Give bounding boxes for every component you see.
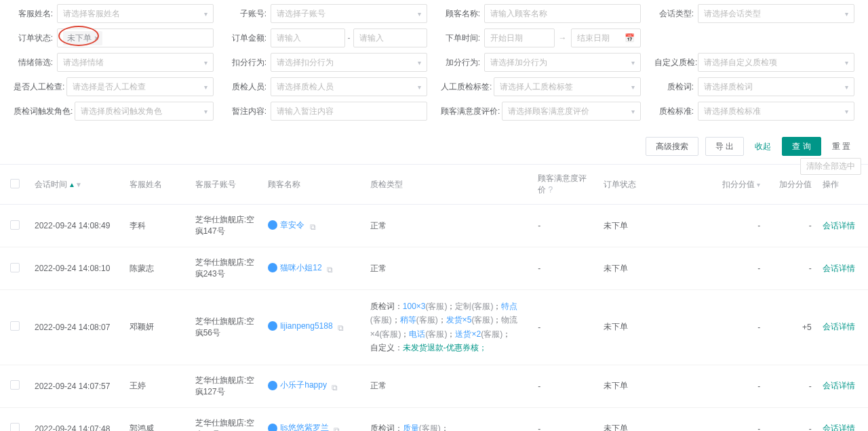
detail-link[interactable]: 会话详情 — [823, 381, 855, 390]
detail-link[interactable]: 会话详情 — [823, 221, 855, 230]
avatar-icon — [268, 381, 277, 390]
label-qc-staff: 质检人员: — [227, 81, 271, 93]
avatar-icon — [268, 321, 277, 331]
row-checkbox[interactable] — [10, 220, 20, 230]
input-remark[interactable]: 请输入暂注内容 — [271, 102, 427, 121]
input-trigger-role[interactable]: 请选择质检词触发角色▾ — [75, 102, 214, 121]
customer-link[interactable]: 小乐子happy — [268, 379, 327, 391]
cell-agent: 李科 — [124, 205, 190, 247]
copy-icon[interactable]: ⧉ — [327, 265, 333, 274]
cell-customer: 小乐子happy ⧉ — [262, 365, 365, 407]
reset-button[interactable]: 重 置 — [828, 137, 854, 156]
cell-agent: 郭鸿威 — [124, 407, 190, 431]
input-session-type[interactable]: 请选择会话类型▾ — [698, 4, 854, 23]
input-deduct[interactable]: 请选择扣分行为▾ — [271, 53, 427, 72]
detail-link[interactable]: 会话详情 — [823, 424, 855, 431]
input-qc-standard[interactable]: 请选择质检标准▾ — [698, 102, 854, 121]
row-checkbox[interactable] — [10, 263, 20, 272]
detail-link[interactable]: 会话详情 — [823, 322, 855, 331]
label-qc-standard: 质检标准: — [654, 106, 698, 117]
cell-time: 2022-09-24 14:08:10 — [29, 247, 124, 290]
customer-link[interactable]: ljs悠悠紫罗兰 — [268, 422, 328, 431]
col-sat[interactable]: 顾客满意度评价 ? — [532, 165, 598, 205]
input-sub-account[interactable]: 请选择子账号▾ — [271, 4, 427, 23]
cell-order: 未下单 — [598, 205, 707, 247]
cell-sub: 芝华仕旗舰店:空疯127号 — [190, 365, 263, 407]
copy-icon[interactable]: ⧉ — [334, 426, 340, 431]
input-amount-from[interactable]: 请输入 — [271, 28, 345, 47]
sort-icon[interactable]: ▲▼ — [68, 181, 82, 188]
input-add[interactable]: 请选择加分行为▾ — [484, 53, 641, 72]
cell-time: 2022-09-24 14:07:57 — [29, 365, 124, 407]
input-is-manual[interactable]: 请选择是否人工检查▾ — [66, 77, 214, 96]
label-session-type: 会话类型: — [654, 8, 698, 20]
cell-customer: lijianpeng5188 ⧉ — [262, 290, 365, 365]
query-button[interactable]: 查 询 — [782, 137, 821, 156]
input-agent-name[interactable]: 请选择客服姓名▾ — [57, 4, 214, 23]
arrow-right-icon: → — [559, 33, 567, 43]
table-row: 2022-09-24 14:08:10 陈蒙志 芝华仕旗舰店:空疯243号 猫咪… — [0, 247, 868, 290]
detail-link[interactable]: 会话详情 — [823, 264, 855, 273]
table-header: 会话时间▲▼ 客服姓名 客服子账号 顾客名称 质检类型 顾客满意度评价 ? 订单… — [0, 165, 868, 205]
input-custom-qc[interactable]: 请选择自定义质检项▾ — [698, 53, 854, 72]
input-date-end[interactable]: 结束日期📅 — [571, 28, 642, 47]
cell-order: 未下单 — [598, 365, 707, 407]
filter-panel: 客服姓名: 请选择客服姓名▾ 子账号: 请选择子账号▾ 顾客名称: 请输入顾客名… — [0, 0, 868, 134]
input-amount-to[interactable]: 请输入 — [353, 28, 428, 47]
customer-link[interactable]: lijianpeng5188 — [268, 321, 332, 331]
cell-agent: 邓颖妍 — [124, 290, 190, 365]
calendar-icon: 📅 — [625, 33, 635, 43]
cell-sub: 芝华仕旗舰店:空疯28号 — [190, 407, 263, 431]
cell-sat: - — [532, 247, 598, 290]
tag-order-status[interactable]: 未下单× — [63, 31, 102, 45]
cell-sat: - — [532, 365, 598, 407]
input-qc-staff[interactable]: 请选择质检人员▾ — [271, 77, 427, 96]
input-qc-keyword[interactable]: 请选择质检词▾ — [698, 77, 854, 96]
cell-pos: - — [766, 365, 816, 407]
range-dash: - — [348, 33, 351, 43]
cell-neg: - — [707, 247, 766, 290]
col-time[interactable]: 会话时间▲▼ — [29, 165, 124, 205]
customer-link[interactable]: 猫咪小姐12 — [268, 262, 321, 274]
input-manual-tag[interactable]: 请选择人工质检标签▾ — [494, 77, 641, 96]
copy-icon[interactable]: ⧉ — [332, 383, 338, 392]
cell-time: 2022-09-24 14:07:48 — [29, 407, 124, 431]
copy-icon[interactable]: ⧉ — [310, 222, 316, 232]
input-cust-name[interactable]: 请输入顾客名称 — [484, 4, 641, 23]
input-date-start[interactable]: 开始日期 — [484, 28, 555, 47]
clear-selection-button[interactable]: 清除全部选中 — [800, 158, 861, 175]
chevron-down-icon: ▾ — [204, 10, 208, 18]
input-satisfaction[interactable]: 请选择顾客满意度评价▾ — [502, 102, 641, 121]
result-table: 清除全部选中 会话时间▲▼ 客服姓名 客服子账号 顾客名称 质检类型 顾客满意度… — [0, 164, 868, 431]
export-button[interactable]: 导 出 — [705, 137, 744, 156]
cell-order: 未下单 — [598, 247, 707, 290]
label-order-status: 订单状态: — [14, 33, 57, 44]
cell-agent: 王婷 — [124, 365, 190, 407]
label-trigger-role: 质检词触发角色: — [14, 106, 75, 117]
close-icon[interactable]: × — [94, 34, 98, 42]
row-checkbox[interactable] — [10, 380, 20, 390]
copy-icon[interactable]: ⧉ — [338, 323, 344, 333]
cell-neg: - — [707, 205, 766, 247]
label-add: 加分行为: — [441, 57, 484, 68]
col-neg[interactable]: 扣分分值 ▾ — [707, 165, 766, 205]
help-icon[interactable]: ? — [549, 185, 553, 194]
row-checkbox[interactable] — [10, 321, 20, 331]
label-sub-account: 子账号: — [227, 8, 271, 20]
cell-customer: 章安令 ⧉ — [262, 205, 365, 247]
customer-link[interactable]: 章安令 — [268, 220, 304, 231]
table-row: 2022-09-24 14:07:57 王婷 芝华仕旗舰店:空疯127号 小乐子… — [0, 365, 868, 407]
cell-qc: 正常 — [365, 365, 532, 407]
cell-pos: - — [766, 407, 816, 431]
row-checkbox[interactable] — [10, 423, 20, 431]
input-mood[interactable]: 请选择情绪▾ — [57, 53, 214, 72]
cell-time: 2022-09-24 14:08:49 — [29, 205, 124, 247]
cell-pos: - — [766, 247, 816, 290]
checkbox-all[interactable] — [10, 179, 20, 188]
cell-qc: 正常 — [365, 205, 532, 247]
col-agent: 客服姓名 — [124, 165, 190, 205]
collapse-button[interactable]: 收起 — [751, 137, 775, 156]
advanced-search-button[interactable]: 高级搜索 — [646, 137, 698, 156]
input-order-status[interactable]: 未下单× — [57, 28, 214, 47]
cell-customer: 猫咪小姐12 ⧉ — [262, 247, 365, 290]
